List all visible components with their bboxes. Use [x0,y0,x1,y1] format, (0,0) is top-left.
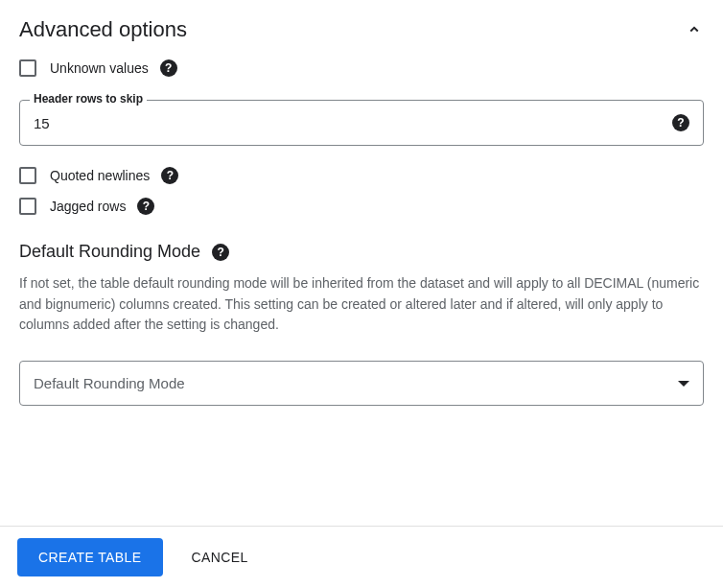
rounding-mode-select-value: Default Rounding Mode [34,375,185,391]
rounding-mode-title-row: Default Rounding Mode ? [19,242,704,262]
caret-down-icon [678,381,689,387]
unknown-values-checkbox[interactable] [19,59,36,77]
header-rows-input[interactable] [34,115,663,131]
advanced-options-title: Advanced options [19,17,187,42]
jagged-rows-label[interactable]: Jagged rows [50,199,126,214]
cancel-button[interactable]: CANCEL [192,550,248,565]
jagged-rows-checkbox[interactable] [19,198,36,215]
footer: CREATE TABLE CANCEL [0,526,723,588]
help-icon[interactable]: ? [161,167,178,184]
help-icon[interactable]: ? [137,198,154,215]
unknown-values-label[interactable]: Unknown values [50,60,149,76]
rounding-mode-select[interactable]: Default Rounding Mode [19,361,704,406]
quoted-newlines-checkbox[interactable] [19,167,36,184]
quoted-newlines-row: Quoted newlines ? [19,167,704,184]
create-table-button[interactable]: CREATE TABLE [17,538,163,576]
header-rows-label: Header rows to skip [30,92,147,106]
advanced-options-header[interactable]: Advanced options [19,17,704,42]
help-icon[interactable]: ? [212,244,229,261]
chevron-up-icon [685,20,704,39]
help-icon[interactable]: ? [160,59,177,77]
help-icon[interactable]: ? [672,114,689,131]
quoted-newlines-label[interactable]: Quoted newlines [50,168,150,183]
unknown-values-row: Unknown values ? [19,59,704,77]
rounding-mode-description: If not set, the table default rounding m… [19,273,704,336]
header-rows-field: Header rows to skip ? [19,100,704,146]
jagged-rows-row: Jagged rows ? [19,198,704,215]
rounding-mode-title: Default Rounding Mode [19,242,200,262]
